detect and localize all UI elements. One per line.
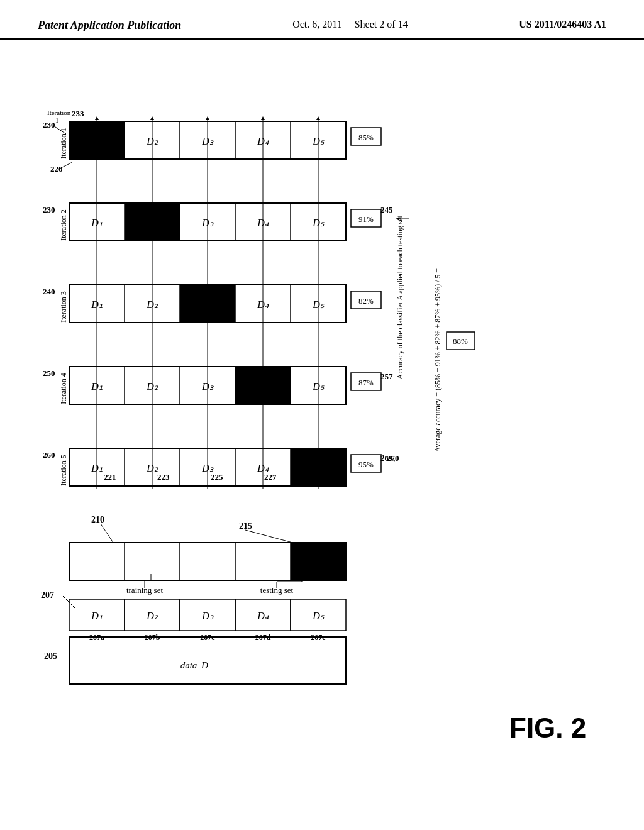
label-223: 223 xyxy=(157,472,170,482)
iter4-accuracy: 87% xyxy=(358,378,374,387)
label-227: 227 xyxy=(264,472,277,482)
iter2-accuracy: 91% xyxy=(358,214,374,224)
label-221: 221 xyxy=(104,472,116,482)
publication-date: Oct. 6, 2011 xyxy=(292,19,342,30)
svg-rect-9 xyxy=(125,543,180,580)
iter3-label: Iteration 3 xyxy=(59,291,68,323)
page-header: Patent Application Publication Oct. 6, 2… xyxy=(0,0,644,40)
label-207c: 207c xyxy=(200,633,215,642)
svg-rect-8 xyxy=(69,543,125,580)
data-d-label: data xyxy=(180,660,197,670)
iter5-accuracy: 95% xyxy=(358,460,374,469)
label-205: 205 xyxy=(44,651,57,661)
avg-accuracy-value: 88% xyxy=(453,336,468,346)
iter2-label: Iteration 2 xyxy=(59,209,68,241)
d4-partition: D₄ xyxy=(257,611,269,621)
label-245: 245 xyxy=(380,205,393,214)
iter3-accuracy: 82% xyxy=(358,296,374,306)
figure-area: data D 205 D₁ D₂ D₃ D₄ D₅ 207 207a 207b … xyxy=(0,40,644,813)
iter-num-1b: 1 xyxy=(55,116,59,124)
publication-title: Patent Application Publication xyxy=(38,19,181,32)
sheet-info: Sheet 2 of 14 xyxy=(355,19,408,30)
label-207e: 207e xyxy=(311,633,326,642)
label-250: 250 xyxy=(43,368,55,378)
label-207d: 207d xyxy=(255,633,271,642)
label-233: 233 xyxy=(72,109,84,118)
iter1-accuracy: 85% xyxy=(358,133,374,142)
label-257: 257 xyxy=(380,372,393,381)
label-210: 210 xyxy=(91,515,104,524)
accuracy-label: Accuracy of the classifier A applied to … xyxy=(396,215,404,379)
label-225: 225 xyxy=(211,472,223,482)
fig-number: FIG. 2 xyxy=(509,712,586,743)
svg-line-20 xyxy=(245,530,292,543)
svg-rect-10 xyxy=(180,543,235,580)
diagram-svg: data D 205 D₁ D₂ D₃ D₄ D₅ 207 207a 207b … xyxy=(31,46,613,800)
label-215: 215 xyxy=(239,521,252,531)
label-260: 260 xyxy=(43,450,55,460)
d2-partition: D₂ xyxy=(146,611,158,621)
average-accuracy-label: Average accuracy = (85% + 91% + 82% + 87… xyxy=(433,268,442,453)
d5-partition: D₅ xyxy=(312,611,325,621)
iter5-label: Iteration 5 xyxy=(59,455,68,486)
label-207b: 207b xyxy=(145,633,160,642)
svg-rect-11 xyxy=(235,543,291,580)
svg-rect-12 xyxy=(291,543,346,580)
d3-partition: D₃ xyxy=(201,611,214,621)
label-230: 230 xyxy=(43,120,55,130)
iter4-label: Iteration 4 xyxy=(59,373,68,404)
label-207a: 207a xyxy=(89,633,104,642)
data-d-label2: D xyxy=(201,660,208,670)
label-220: 220 xyxy=(50,164,63,174)
date-sheet: Oct. 6, 2011 Sheet 2 of 14 xyxy=(292,19,408,30)
label-207: 207 xyxy=(41,590,54,600)
label-230b: 230 xyxy=(43,205,55,214)
patent-number: US 2011/0246403 A1 xyxy=(519,19,606,30)
svg-line-13 xyxy=(101,524,113,543)
iter-num-1: Iteration xyxy=(47,109,71,116)
d1-partition: D₁ xyxy=(91,611,103,621)
label-240: 240 xyxy=(43,287,55,296)
